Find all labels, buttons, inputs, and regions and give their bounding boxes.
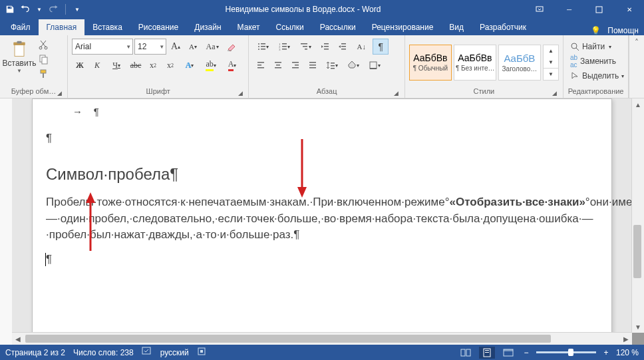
page-status[interactable]: Страница 2 из 2	[5, 348, 65, 357]
tab-references[interactable]: Ссылки	[268, 19, 312, 35]
numbering-button[interactable]: 123▾	[274, 39, 294, 55]
scroll-left-button[interactable]: ◀	[12, 333, 24, 345]
bold-button[interactable]: Ж	[72, 57, 88, 73]
svg-rect-53	[142, 347, 150, 354]
bullets-button[interactable]: ▾	[253, 39, 273, 55]
format-painter-button[interactable]	[36, 67, 51, 81]
tab-developer[interactable]: Разработчик	[472, 19, 534, 35]
align-right-button[interactable]	[287, 57, 303, 73]
sort-button[interactable]: A↓	[351, 39, 371, 55]
strikethrough-button[interactable]: abc	[128, 57, 144, 73]
minimize-button[interactable]: ─	[554, 0, 584, 19]
style-normal[interactable]: АаБбВв¶ Обычный	[409, 45, 452, 81]
show-hide-button[interactable]: ¶	[373, 39, 389, 55]
scroll-up-button[interactable]: ▲	[632, 98, 644, 110]
copy-button[interactable]	[36, 52, 51, 66]
tab-arrow-char: →	[73, 106, 82, 117]
shrink-font-button[interactable]: A▾	[185, 39, 201, 55]
read-mode-button[interactable]	[458, 347, 474, 359]
scroll-down-button[interactable]: ▼	[632, 321, 644, 333]
font-name-combo[interactable]: Arial▼	[72, 39, 133, 55]
vertical-scrollbar[interactable]: ▲ ▼	[631, 98, 644, 333]
style-no-spacing[interactable]: АаБбВв¶ Без инте…	[454, 45, 496, 81]
tell-me-button[interactable]: Помощн	[607, 26, 639, 35]
svg-rect-10	[43, 73, 44, 78]
underline-button[interactable]: Ч▾	[106, 57, 126, 73]
styles-launcher-icon[interactable]: ◢	[551, 89, 559, 97]
styles-gallery-more[interactable]: ▼	[544, 68, 558, 80]
clear-formatting-button[interactable]	[224, 39, 240, 55]
tab-view[interactable]: Вид	[441, 19, 472, 35]
font-size-combo[interactable]: 12▼	[134, 39, 166, 55]
select-button[interactable]: Выделить▾	[570, 69, 624, 83]
find-button[interactable]: Найти▾	[570, 40, 624, 53]
borders-button[interactable]: ▾	[365, 57, 385, 73]
svg-rect-2	[15, 43, 24, 56]
tab-mailings[interactable]: Рассылки	[312, 19, 364, 35]
tab-review[interactable]: Рецензирование	[364, 19, 442, 35]
styles-scroll-down[interactable]: ▼	[544, 57, 558, 68]
title-bar: ▼ ▼ Невидимые символы в Ворде.docx - Wor…	[0, 0, 644, 19]
styles-scroll-up[interactable]: ▲	[544, 45, 558, 57]
line-spacing-button[interactable]: ▾	[322, 57, 342, 73]
scroll-right-button[interactable]: ▶	[620, 333, 632, 345]
word-count[interactable]: Число слов: 238	[73, 348, 134, 357]
paste-button[interactable]: Вставить ▼	[4, 37, 35, 74]
cut-button[interactable]	[36, 37, 51, 51]
font-launcher-icon[interactable]: ◢	[236, 89, 244, 97]
subscript-button[interactable]: x2	[145, 57, 161, 73]
justify-button[interactable]	[305, 57, 321, 73]
italic-button[interactable]: К	[89, 57, 105, 73]
shading-button[interactable]: ▾	[343, 57, 363, 73]
language-status[interactable]: русский	[160, 348, 189, 357]
scroll-thumb-h[interactable]	[25, 335, 551, 343]
save-icon[interactable]	[5, 5, 15, 14]
grow-font-button[interactable]: A▴	[168, 39, 184, 55]
tab-insert[interactable]: Вставка	[84, 19, 130, 35]
scroll-thumb[interactable]	[633, 225, 641, 278]
svg-rect-29	[341, 43, 346, 45]
undo-icon[interactable]	[20, 5, 29, 14]
paragraph-launcher-icon[interactable]: ◢	[393, 89, 401, 97]
highlight-button[interactable]: ab▾	[201, 57, 221, 73]
decrease-indent-button[interactable]	[317, 39, 333, 55]
zoom-out-button[interactable]: −	[522, 348, 531, 357]
font-color-button[interactable]: A▾	[222, 57, 242, 73]
ribbon-options-button[interactable]	[524, 0, 554, 19]
superscript-button[interactable]: x2	[162, 57, 178, 73]
zoom-in-button[interactable]: +	[601, 348, 611, 357]
spell-check-icon[interactable]	[142, 347, 152, 358]
tab-home[interactable]: Главная	[39, 19, 85, 35]
undo-dropdown-icon[interactable]: ▼	[35, 5, 44, 14]
maximize-button[interactable]	[584, 0, 614, 19]
tab-draw[interactable]: Рисование	[130, 19, 186, 35]
vertical-ruler[interactable]	[0, 98, 13, 345]
tab-file[interactable]: Файл	[3, 19, 39, 35]
zoom-slider[interactable]	[536, 351, 596, 353]
print-layout-button[interactable]	[479, 347, 495, 359]
tab-layout[interactable]: Макет	[230, 19, 268, 35]
style-heading1[interactable]: АаБбВЗаголово…	[498, 45, 541, 81]
svg-rect-1	[596, 7, 602, 13]
svg-rect-0	[536, 7, 543, 11]
replace-button[interactable]: abacЗаменить	[570, 55, 624, 68]
clipboard-launcher-icon[interactable]: ◢	[55, 89, 63, 97]
macro-record-icon[interactable]	[197, 347, 206, 358]
increase-indent-button[interactable]	[334, 39, 350, 55]
redo-icon[interactable]	[49, 5, 59, 14]
align-center-button[interactable]	[270, 57, 286, 73]
close-button[interactable]: ✕	[614, 0, 644, 19]
change-case-button[interactable]: Aa▾	[202, 39, 222, 55]
pilcrow-char: ¶	[46, 253, 52, 266]
tab-design[interactable]: Дизайн	[186, 19, 229, 35]
text-effects-button[interactable]: A▾	[180, 57, 200, 73]
web-layout-button[interactable]	[500, 347, 516, 359]
zoom-level[interactable]: 120 %	[616, 348, 639, 357]
align-left-button[interactable]	[253, 57, 269, 73]
collapse-ribbon-button[interactable]: ˄	[629, 35, 644, 98]
horizontal-scrollbar[interactable]: ◀ ▶	[12, 332, 632, 345]
qat-customize-icon[interactable]: ▼	[73, 5, 82, 14]
document-page[interactable]: → ¶ ¶ Символ·пробела¶ Пробелы·тоже·относ…	[32, 98, 612, 333]
svg-text:2: 2	[279, 45, 281, 49]
multilevel-list-button[interactable]: ▾	[295, 39, 315, 55]
